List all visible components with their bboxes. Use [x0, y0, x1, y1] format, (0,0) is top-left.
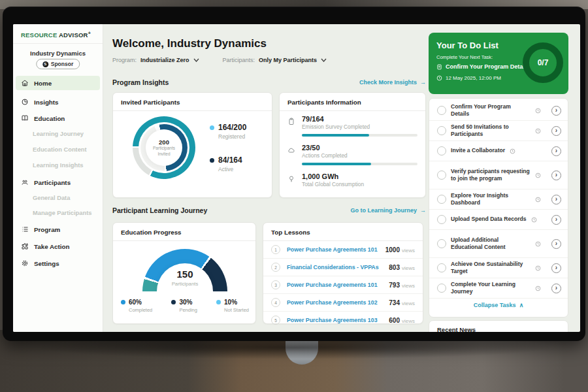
- emission-progress-bar: [302, 134, 417, 137]
- lesson-link[interactable]: Power Purchase Agreements 101: [287, 246, 378, 253]
- rank-badge: 3: [271, 280, 280, 289]
- check-more-insights-link[interactable]: Check More Insights →: [359, 79, 426, 86]
- cloud-icon: [287, 146, 295, 154]
- invited-participants-card: Invited Participants 200 Participants In…: [112, 92, 272, 198]
- stat-actions-completed: 23/50 Actions Completed: [287, 144, 418, 165]
- task-open-button[interactable]: ›: [551, 284, 561, 293]
- education-progress-card: Education Progress 150 Participants 60% …: [112, 222, 256, 324]
- task-checkbox[interactable]: [437, 239, 446, 248]
- learning-journey-header: Participant Learning Journey Go to Learn…: [112, 206, 426, 214]
- program-insights-header: Program Insights Check More Insights →: [112, 78, 426, 86]
- task-open-button[interactable]: ›: [551, 146, 561, 156]
- task-item[interactable]: Verify participants requesting to join t…: [429, 161, 568, 189]
- task-clock-icon: [535, 172, 541, 178]
- task-checkbox[interactable]: [437, 195, 446, 204]
- legend-active: 84/164 Active: [210, 155, 242, 172]
- task-clock-icon: [535, 128, 541, 134]
- completed-dot: [121, 300, 125, 304]
- task-item[interactable]: Confirm Your Program Details ›: [429, 101, 568, 121]
- lesson-row[interactable]: 3 Power Purchase Agreements 101 793views: [263, 276, 423, 294]
- sidebar-item-insights[interactable]: Insights: [16, 95, 100, 109]
- lesson-link[interactable]: Power Purchase Agreements 102: [287, 299, 378, 306]
- task-checkbox[interactable]: [437, 171, 446, 180]
- task-open-button[interactable]: ›: [551, 215, 561, 225]
- sidebar-item-program[interactable]: Program: [16, 222, 100, 237]
- task-checkbox[interactable]: [437, 284, 446, 293]
- todo-progress-ring: 0/7: [523, 42, 563, 83]
- logo-plus: +: [88, 31, 91, 35]
- task-open-button[interactable]: ›: [551, 263, 561, 273]
- legend-not-started: 10% Not Started: [216, 299, 249, 313]
- task-item[interactable]: Invite a Collaborator ›: [429, 141, 568, 161]
- monitor-bezel: RESOURCE ADVISOR+ Industry Dynamics S Sp…: [3, 7, 585, 341]
- lesson-row[interactable]: 1 Power Purchase Agreements 101 1000view…: [263, 241, 423, 259]
- task-clock-icon: [531, 217, 537, 223]
- lesson-link[interactable]: Power Purchase Agreements 103: [287, 317, 378, 323]
- go-to-learning-journey-link[interactable]: Go to Learning Journey →: [350, 207, 426, 214]
- sidebar-item-settings[interactable]: Settings: [16, 256, 100, 270]
- next-task: Confirm Your Program Details: [436, 63, 529, 70]
- stat-consumption: 1,000 GWh Total Global Consumption: [287, 172, 418, 188]
- sidebar-item-learning-journey[interactable]: Learning Journey: [33, 127, 98, 140]
- app-logo: RESOURCE ADVISOR+: [21, 31, 91, 39]
- task-item[interactable]: Complete Your Learning Journey ›: [429, 278, 568, 299]
- arrow-right-icon: →: [420, 79, 426, 86]
- task-item[interactable]: Upload Spend Data Records ›: [429, 210, 568, 230]
- sidebar-item-general-data[interactable]: General Data: [33, 191, 98, 204]
- sidebar-item-participants[interactable]: Participants: [16, 175, 100, 189]
- settings-icon: [21, 259, 29, 267]
- actions-progress-bar: [302, 163, 417, 165]
- sidebar-item-education[interactable]: Education: [16, 111, 100, 125]
- logo-text-secondary: ADVISOR: [59, 31, 88, 39]
- rank-badge: 1: [271, 245, 280, 254]
- sidebar-item-learning-insights[interactable]: Learning Insights: [33, 159, 98, 172]
- gauge-center-value: 150: [113, 269, 257, 280]
- sidebar-item-education-content[interactable]: Education Content: [33, 143, 98, 156]
- task-item[interactable]: Explore Your Insights Dashboard ›: [429, 189, 568, 210]
- document-icon: [436, 64, 442, 70]
- org-name: Industry Dynamics: [13, 50, 103, 57]
- task-checkbox[interactable]: [437, 215, 446, 224]
- chevron-down-icon: [321, 58, 327, 62]
- active-dot: [210, 158, 214, 163]
- task-checkbox[interactable]: [437, 126, 446, 135]
- sidebar: RESOURCE ADVISOR+ Industry Dynamics S Sp…: [13, 24, 103, 332]
- task-clock-icon: [535, 108, 541, 114]
- donut-center-label: 200 Participants Invited: [133, 116, 195, 179]
- task-open-button[interactable]: ›: [551, 239, 561, 249]
- lesson-row[interactable]: 2 Financial Considerations - VPPAs 803vi…: [263, 259, 423, 276]
- task-open-button[interactable]: ›: [551, 126, 561, 136]
- collapse-tasks-link[interactable]: Collapse Tasks ∧: [429, 299, 568, 311]
- sidebar-item-take-action[interactable]: Take Action: [16, 239, 100, 253]
- task-item[interactable]: Achieve One Sustainability Target ›: [429, 258, 568, 278]
- lesson-link[interactable]: Financial Considerations - VPPAs: [287, 264, 379, 270]
- program-filter[interactable]: Program: Industrialize Zero: [112, 57, 199, 63]
- program-icon: [21, 225, 29, 233]
- task-open-button[interactable]: ›: [551, 106, 561, 116]
- task-clock-icon: [535, 286, 541, 291]
- task-item[interactable]: Upload Additional Educational Content ›: [429, 230, 568, 258]
- task-checkbox[interactable]: [437, 106, 446, 115]
- task-open-button[interactable]: ›: [551, 171, 561, 180]
- participants-information-card: Participants Information 79/164 Emission…: [279, 92, 426, 198]
- task-open-button[interactable]: ›: [551, 195, 561, 204]
- lesson-row[interactable]: 4 Power Purchase Agreements 102 734views: [263, 294, 423, 312]
- lesson-link[interactable]: Power Purchase Agreements 101: [287, 282, 378, 288]
- rank-badge: 4: [271, 298, 280, 307]
- lesson-row[interactable]: 5 Power Purchase Agreements 103 600views: [263, 312, 423, 329]
- task-item[interactable]: Send 50 Invitations to Participants ›: [429, 121, 568, 141]
- todo-subtitle: Complete Your Next Task:: [436, 54, 493, 60]
- participants-icon: [21, 178, 29, 186]
- recent-news-title: Recent News: [437, 326, 476, 332]
- next-task-due: 12 May 2025, 12:00 PM: [436, 75, 501, 81]
- sidebar-item-manage-participants[interactable]: Manage Participants: [33, 206, 98, 220]
- sidebar-item-home[interactable]: Home: [16, 76, 100, 90]
- rank-badge: 5: [271, 316, 280, 325]
- education-icon: [21, 114, 29, 122]
- task-checkbox[interactable]: [437, 263, 446, 272]
- pending-dot: [171, 300, 176, 304]
- filter-bar: Program: Industrialize Zero Participants…: [112, 57, 327, 63]
- participants-filter[interactable]: Participants: Only My Participants: [223, 57, 327, 63]
- lightbulb-icon: [287, 175, 295, 183]
- task-checkbox[interactable]: [437, 146, 446, 155]
